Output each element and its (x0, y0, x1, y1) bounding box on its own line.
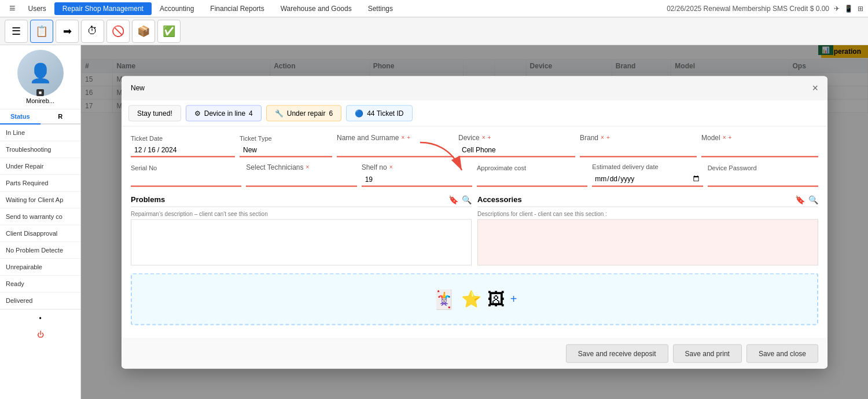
sidebar-item-waitingclient[interactable]: Waiting for Client Ap (0, 192, 80, 208)
sidebar-item-underrepair[interactable]: Under Repair (0, 158, 80, 175)
repairman-textarea[interactable] (131, 219, 472, 265)
name-clear-icon[interactable]: × (401, 134, 404, 141)
device-add-icon[interactable]: + (488, 134, 491, 141)
toolbar-cancel-btn[interactable]: 🚫 (106, 20, 130, 43)
device-clear-icon[interactable]: × (482, 134, 486, 141)
form-row-2: Serial No Select Technicians × Shelf no (131, 163, 818, 186)
shelf-no-label: Shelf no × (362, 163, 472, 171)
accessories-bookmark-icon[interactable]: 🔖 (795, 195, 805, 204)
problems-search-icon[interactable]: 🔍 (462, 195, 472, 204)
field-device-password: Device Password (708, 164, 818, 186)
toolbar: ☰ 📋 ➡ ⏱ 🚫 📦 ✅ (0, 17, 868, 45)
save-close-button[interactable]: Save and close (746, 344, 818, 363)
save-deposit-button[interactable]: Save and receive deposit (566, 344, 668, 363)
sidebar-item-ready[interactable]: Ready (0, 276, 80, 292)
accessories-title: Accessories (477, 195, 522, 204)
under-repair-icon: 🔧 (275, 109, 284, 117)
toolbar-list-btn[interactable]: ☰ (5, 20, 28, 43)
technician-clear-icon[interactable]: × (306, 164, 310, 170)
toolbar-clock-btn[interactable]: ⏱ (81, 20, 104, 43)
ticket-date-label: Ticket Date (131, 134, 235, 141)
approx-cost-input[interactable] (477, 173, 587, 186)
sidebar-item-partsrequired[interactable]: Parts Required (0, 175, 80, 192)
field-estimated-delivery: Estimated delivery date (592, 163, 703, 186)
model-add-icon[interactable]: + (729, 134, 732, 141)
whatsapp-icon[interactable]: 📱 (844, 5, 853, 13)
nav-item-repair[interactable]: Repair Shop Management (54, 2, 152, 15)
avatar-badge: ■ (36, 89, 44, 96)
renewal-info: 02/26/2025 Renewal Membership SMS Credit… (667, 5, 829, 13)
serial-no-label: Serial No (131, 164, 241, 171)
badge-ticket-id[interactable]: 🔵 44 Ticket ID (346, 105, 412, 121)
ticket-id-icon: 🔵 (355, 109, 363, 117)
avatar-area: 👤 ■ Monireb... (0, 45, 81, 109)
select-technicians-input[interactable] (246, 173, 356, 186)
brand-clear-icon[interactable]: × (601, 134, 604, 141)
sidebar-item-disapproval[interactable]: Client Disapproval (0, 225, 80, 242)
sidebar-item-inline[interactable]: In Line (0, 125, 80, 141)
brand-input[interactable] (580, 143, 697, 157)
nav-item-users[interactable]: Users (20, 2, 54, 15)
problems-bookmark-icon[interactable]: 🔖 (448, 195, 458, 204)
power-icon[interactable]: ⏻ (0, 327, 80, 342)
accessories-header: Accessories 🔖 🔍 (477, 192, 818, 207)
badge-under-repair[interactable]: 🔧 Under repair 6 (266, 105, 341, 121)
field-approx-cost: Approximate cost (477, 164, 587, 186)
toolbar-check-btn[interactable]: ✅ (157, 20, 181, 43)
ticket-date-input[interactable] (131, 143, 235, 157)
serial-no-input[interactable] (131, 173, 241, 186)
tab-r[interactable]: R (41, 109, 81, 125)
sidebar-item-noproblem[interactable]: No Problem Detecte (0, 242, 80, 259)
device-label: Device × + (458, 133, 575, 141)
hamburger-icon[interactable]: ≡ (5, 2, 20, 14)
badge-stay-tuned[interactable]: Stay tuned! (128, 105, 181, 121)
form-row-1: Ticket Date Ticket Type Name and Surname… (131, 133, 818, 157)
client-desc-label: Descriptions for client - client can see… (477, 210, 818, 217)
nav-item-financial[interactable]: Financial Reports (202, 2, 272, 15)
device-password-input[interactable] (708, 173, 818, 186)
sidebar-item-warranty[interactable]: Send to warranty co (0, 208, 80, 225)
accessories-search-icon[interactable]: 🔍 (808, 195, 818, 204)
nav-item-warehouse[interactable]: Warehouse and Goods (273, 2, 360, 15)
name-surname-label: Name and Surname × + (337, 133, 454, 141)
content-area: 📊 Operation # Name Action Phone Device B… (81, 45, 868, 399)
tab-status[interactable]: Status (0, 109, 41, 125)
ticket-type-input[interactable] (240, 143, 332, 157)
name-add-icon[interactable]: + (407, 134, 410, 141)
sections-row: Problems 🔖 🔍 Repairman's description – c… (131, 192, 818, 267)
badge-in-line[interactable]: ⚙ Device in line 4 (186, 105, 262, 121)
problems-title: Problems (131, 195, 165, 204)
modal-close-button[interactable]: × (812, 82, 818, 94)
client-desc-textarea[interactable] (477, 219, 818, 265)
field-shelf-no: Shelf no × (362, 163, 472, 186)
upload-plus-icon: + (510, 292, 517, 306)
toolbar-table-btn[interactable]: 📋 (30, 20, 53, 43)
estimated-delivery-input[interactable] (592, 171, 703, 186)
shelf-no-input[interactable] (362, 173, 472, 186)
sidebar-item-delivered[interactable]: Delivered (0, 292, 80, 309)
modal-footer: Save and receive deposit Save and print … (122, 338, 827, 368)
brand-add-icon[interactable]: + (606, 134, 610, 141)
avatar-name: Monireb... (26, 97, 54, 104)
device-input[interactable] (458, 143, 575, 157)
repairman-label: Repairman's description – client can't s… (131, 210, 472, 217)
sidebar-item-unrepairable[interactable]: Unrepairable (0, 259, 80, 276)
top-nav-right-info: 02/26/2025 Renewal Membership SMS Credit… (667, 5, 863, 13)
toolbar-arrow-btn[interactable]: ➡ (56, 20, 79, 43)
save-print-button[interactable]: Save and print (673, 344, 742, 363)
sidebar-tabs: Status R (0, 109, 80, 125)
model-input[interactable] (701, 143, 818, 157)
model-clear-icon[interactable]: × (723, 134, 726, 141)
shelf-clear-icon[interactable]: × (389, 164, 393, 170)
problems-section: Problems 🔖 🔍 Repairman's description – c… (131, 192, 472, 267)
telegram-icon[interactable]: ✈ (834, 5, 840, 13)
upload-area[interactable]: 🃏 ⭐ 🖼 + (131, 273, 818, 325)
approx-cost-label: Approximate cost (477, 164, 587, 171)
nav-item-accounting[interactable]: Accounting (152, 2, 202, 15)
toolbar-box-btn[interactable]: 📦 (132, 20, 155, 43)
name-surname-input[interactable] (337, 143, 454, 157)
brand-label: Brand × + (580, 133, 697, 141)
sidebar-item-troubleshooting[interactable]: Troubleshooting (0, 141, 80, 158)
grid-icon[interactable]: ⊞ (858, 5, 863, 13)
nav-item-settings[interactable]: Settings (360, 2, 401, 15)
